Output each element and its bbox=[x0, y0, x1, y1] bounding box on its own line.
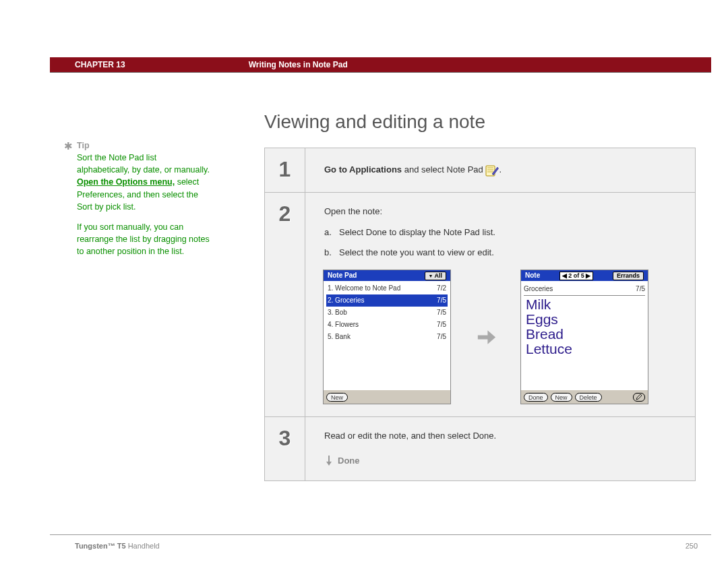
handwriting: Milk Eggs Bread Lettuce bbox=[524, 297, 572, 356]
substep-letter: a. bbox=[324, 226, 339, 240]
page-footer: Tungsten™ T5 Handheld 250 bbox=[75, 542, 698, 550]
page-heading: Viewing and editing a note bbox=[264, 111, 698, 133]
done-indicator: Done bbox=[324, 454, 681, 468]
step-3: 3 Read or edit the note, and then select… bbox=[265, 417, 695, 480]
palm-header: Note ◀2 of 5▶ Errands bbox=[521, 270, 648, 281]
list-item[interactable]: 5. Bank7/5 bbox=[326, 331, 448, 343]
palm-list-body: 1. Welcome to Note Pad7/2 2. Groceries7/… bbox=[324, 281, 450, 390]
new-button[interactable]: New bbox=[551, 393, 572, 402]
list-item[interactable]: 3. Bob7/5 bbox=[326, 307, 448, 319]
substep-text: Select Done to display the Note Pad list… bbox=[339, 226, 495, 240]
arrow-right-icon bbox=[474, 325, 497, 349]
step-number: 3 bbox=[265, 417, 305, 480]
pencil-icon[interactable] bbox=[633, 393, 645, 402]
note-canvas[interactable]: Groceries 7/5 Milk Eggs Bread Lettuce bbox=[521, 281, 648, 390]
page-number: 250 bbox=[686, 542, 698, 550]
arrow-down-icon bbox=[324, 456, 334, 466]
list-item[interactable]: 2. Groceries7/5 bbox=[326, 294, 448, 307]
step3-text: Read or edit the note, and then select D… bbox=[324, 429, 681, 443]
header-bar: CHAPTER 13 Writing Notes in Note Pad bbox=[50, 57, 711, 72]
palm-footer: Done New Delete bbox=[521, 390, 648, 404]
step1-tail: . bbox=[499, 164, 502, 175]
substep-b: b. Select the note you want to view or e… bbox=[324, 246, 681, 260]
palm-title: Note Pad bbox=[328, 270, 357, 281]
notepad-icon bbox=[485, 164, 499, 177]
category-dropdown[interactable]: Errands bbox=[613, 272, 644, 280]
palm-header: Note Pad ▼All bbox=[324, 270, 450, 281]
new-button[interactable]: New bbox=[326, 393, 348, 402]
step1-text: and select Note Pad bbox=[402, 164, 485, 175]
main-content: Viewing and editing a note 1 Go to Appli… bbox=[264, 111, 698, 481]
step2-lead: Open the note: bbox=[324, 205, 681, 219]
tip-paragraph-1: Sort the Note Pad list alphabetically, b… bbox=[77, 152, 210, 213]
tip-sidebar: ✱ Tip Sort the Note Pad list alphabetica… bbox=[77, 139, 210, 266]
note-title: Groceries bbox=[524, 284, 553, 294]
note-meta: Groceries 7/5 bbox=[524, 284, 645, 296]
screenshots-row: Note Pad ▼All 1. Welcome to Note Pad7/2 … bbox=[323, 270, 681, 404]
step-number: 1 bbox=[265, 148, 305, 192]
asterisk-icon: ✱ bbox=[64, 139, 73, 154]
palm-note-view: Note ◀2 of 5▶ Errands Groceries 7/5 Milk bbox=[520, 270, 648, 404]
step-1: 1 Go to Applications and select Note Pad… bbox=[265, 148, 695, 193]
steps-container: 1 Go to Applications and select Note Pad… bbox=[264, 148, 696, 481]
step-body: Go to Applications and select Note Pad . bbox=[305, 148, 695, 192]
tip-text: Sort the Note Pad list alphabetically, b… bbox=[77, 153, 210, 175]
delete-button[interactable]: Delete bbox=[575, 393, 602, 402]
open-options-link[interactable]: Open the Options menu, bbox=[77, 177, 175, 187]
header-underline bbox=[50, 72, 711, 75]
substep-letter: b. bbox=[324, 246, 339, 260]
chapter-title: Writing Notes in Note Pad bbox=[249, 60, 348, 69]
product-name: Tungsten™ T5 Handheld bbox=[75, 542, 160, 550]
substep-text: Select the note you want to view or edit… bbox=[339, 246, 494, 260]
pager[interactable]: ◀2 of 5▶ bbox=[559, 272, 593, 280]
step-body: Read or edit the note, and then select D… bbox=[305, 417, 695, 480]
palm-title: Note bbox=[525, 270, 540, 281]
step-body: Open the note: a. Select Done to display… bbox=[305, 193, 695, 416]
chapter-label: CHAPTER 13 bbox=[75, 60, 125, 69]
palm-footer: New bbox=[324, 390, 450, 404]
category-dropdown[interactable]: ▼All bbox=[425, 272, 446, 280]
done-label: Done bbox=[338, 454, 360, 468]
step1-bold: Go to Applications bbox=[324, 164, 402, 175]
list-item[interactable]: 1. Welcome to Note Pad7/2 bbox=[326, 282, 448, 294]
tip-label: Tip bbox=[77, 141, 90, 150]
done-button[interactable]: Done bbox=[524, 393, 548, 402]
palm-notepad-list: Note Pad ▼All 1. Welcome to Note Pad7/2 … bbox=[323, 270, 451, 404]
step-number: 2 bbox=[265, 193, 305, 416]
list-item[interactable]: 4. Flowers7/5 bbox=[326, 319, 448, 331]
tip-paragraph-2: If you sort manually, you can rearrange … bbox=[77, 221, 210, 257]
step-2: 2 Open the note: a. Select Done to displ… bbox=[265, 193, 695, 417]
substeps: a. Select Done to display the Note Pad l… bbox=[324, 226, 681, 261]
substep-a: a. Select Done to display the Note Pad l… bbox=[324, 226, 681, 240]
footer-rule bbox=[50, 534, 711, 535]
note-date: 7/5 bbox=[636, 284, 645, 294]
